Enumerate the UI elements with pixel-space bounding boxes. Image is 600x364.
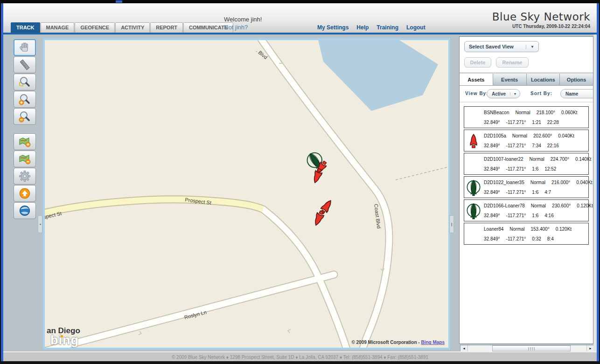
saved-view-section: Select Saved View ▼ Delete Rename (460, 37, 593, 74)
tab-geofence[interactable]: GEOFENCE (75, 22, 115, 33)
asset-name: BSNBeacon (484, 110, 509, 115)
sort-by-dropdown[interactable]: Name (560, 89, 593, 98)
brand-logo: Blue Sky Network (492, 11, 590, 23)
app-window: TRACK MANAGE GEOFENCE ACTIVITY REPORT CO… (3, 3, 597, 361)
select-saved-view-dropdown[interactable]: Select Saved View ▼ (464, 41, 539, 52)
left-collapse-handle[interactable]: ◄ (38, 215, 42, 233)
window-frame-left (0, 3, 3, 361)
tab-report[interactable]: REPORT (150, 22, 183, 33)
globe-icon (18, 204, 32, 218)
asset-name: D2D1022_loaner35 (484, 180, 524, 185)
map-layer-remove-button[interactable] (14, 151, 36, 167)
asset-list: BSNBeacon Normal 218.100° 0.060Kt 32.849… (460, 103, 593, 245)
asset-lon: -117.271° (506, 166, 526, 172)
asset-speed: 0.120Kt (577, 203, 593, 208)
my-settings-link[interactable]: My Settings (317, 24, 349, 31)
asset-time1: 1:6 (532, 166, 538, 172)
tab-assets[interactable]: Assets (460, 74, 493, 85)
welcome-block: Welcome jinh! Not jinh? (224, 15, 262, 31)
google-earth-button[interactable] (14, 202, 36, 219)
asset-speed: 0.040Kt (558, 133, 574, 138)
delete-view-button[interactable]: Delete (464, 57, 491, 68)
scroll-left-arrow[interactable]: ◄ (460, 345, 468, 351)
map-canvas: . Blvd Prospect St spect St Coast Blvd R… (45, 40, 448, 348)
hand-icon (18, 41, 32, 55)
asset-time2: 12:52 (544, 166, 556, 172)
asset-time2: 4:16 (544, 213, 553, 218)
ruler-icon (18, 58, 32, 72)
asset-row-d2d1066[interactable]: D2D1066-Loaner78 Normal 230.600° 0.120Kt… (464, 199, 589, 221)
map-copyright: © 2009 Microsoft Corporation - Bing Maps (351, 340, 445, 345)
view-by-label: View By: (465, 91, 488, 96)
asset-lat: 32.849° (484, 236, 500, 241)
asset-name: D2D1005a (484, 133, 506, 138)
map-minus-icon (18, 152, 32, 166)
asset-time2: 4:7 (544, 190, 551, 195)
utc-clock: UTC Thursday, 2009-10-22 22:24:04 (492, 24, 590, 29)
asset-time1: 7:34 (532, 143, 541, 148)
scroll-right-arrow[interactable]: ► (586, 345, 594, 351)
panel-horizontal-scrollbar[interactable]: ◄ ► (460, 345, 594, 352)
asset-row-d2d1022[interactable]: D2D1022_loaner35 Normal 216.000° 0.040Kt… (464, 176, 589, 198)
map-viewport[interactable]: . Blvd Prospect St spect St Coast Blvd R… (43, 38, 450, 350)
asset-status: Normal (530, 157, 544, 162)
asset-time2: 22:16 (547, 143, 559, 148)
zoom-area-tool-button[interactable] (14, 74, 36, 90)
asset-row-d2d1007[interactable]: D2D1007-loaner22 Normal 224.700° 0.140Kt… (464, 153, 589, 175)
map-plus-icon (18, 135, 32, 149)
asset-lat: 32.849° (484, 190, 500, 195)
scrollbar-thumb[interactable] (492, 345, 571, 351)
upload-button[interactable] (14, 185, 36, 202)
asset-speed: 0.060Kt (561, 110, 577, 115)
asset-lon: -117.271° (506, 213, 526, 218)
tab-locations[interactable]: Locations (527, 74, 560, 85)
tab-track[interactable]: TRACK (11, 22, 40, 33)
pan-tool-button[interactable] (14, 39, 36, 56)
chevron-down-icon[interactable]: ▼ (526, 45, 538, 49)
tab-options[interactable]: Options (560, 74, 593, 85)
zoom-out-tool-button[interactable] (14, 108, 36, 125)
tab-events[interactable]: Events (493, 74, 527, 85)
panel-tabs: Assets Events Locations Options (460, 74, 593, 86)
bing-trademark: ™ (79, 337, 83, 341)
asset-lon: -117.271° (506, 120, 526, 125)
select-saved-view-label: Select Saved View (465, 44, 526, 49)
logout-link[interactable]: Logout (406, 24, 426, 31)
asset-row-loaner84[interactable]: Loaner84 Normal 153.400° 0.120Kt 32.849°… (464, 223, 589, 245)
right-collapse-handle[interactable]: ∥ (449, 215, 454, 233)
asset-speed: 0.040Kt (576, 180, 592, 185)
window-frame-top (0, 0, 600, 3)
asset-row-d2d1005a[interactable]: D2D1005a Normal 202.600° 0.040Kt 32.849°… (464, 130, 589, 151)
asset-status: Normal (512, 133, 527, 138)
right-panel: Select Saved View ▼ Delete Rename Assets… (459, 36, 593, 344)
asset-status: Normal (515, 110, 530, 115)
asset-heading: 224.700° (551, 157, 569, 162)
red-rocket-icon (466, 131, 481, 150)
bing-maps-link[interactable]: Bing Maps (421, 340, 445, 345)
zoom-out-icon (18, 110, 32, 124)
asset-row-bsnbeacon[interactable]: BSNBeacon Normal 218.100° 0.060Kt 32.849… (464, 106, 589, 128)
rename-view-button[interactable]: Rename (496, 57, 529, 68)
asset-speed: 0.120Kt (556, 227, 572, 232)
map-layer-add-button[interactable] (14, 133, 36, 150)
help-link[interactable]: Help (356, 24, 369, 31)
window-frame-right (597, 3, 600, 361)
training-link[interactable]: Training (377, 24, 398, 31)
measure-tool-button[interactable] (14, 56, 36, 73)
asset-time1: 1:6 (532, 190, 538, 195)
zoom-area-icon (18, 75, 32, 89)
gear-icon (18, 169, 32, 183)
asset-lon: -117.271° (506, 143, 526, 148)
app-footer: © 2009 Blue Sky Network ♦ 1298 Prospect … (3, 351, 597, 361)
tab-activity[interactable]: ACTIVITY (115, 22, 150, 33)
chevron-down-icon[interactable]: ▼ (510, 92, 520, 96)
switch-user-link[interactable]: Not jinh? (224, 23, 262, 31)
header-links: My Settings Help Training Logout (317, 24, 426, 31)
view-by-dropdown[interactable]: Active ▼ (487, 89, 520, 98)
asset-heading: 218.100° (537, 110, 555, 115)
up-arrow-icon (18, 186, 32, 200)
tab-manage[interactable]: MANAGE (41, 22, 75, 33)
zoom-in-tool-button[interactable] (14, 91, 36, 108)
asset-lat: 32.849° (484, 143, 500, 148)
settings-button[interactable] (14, 168, 36, 185)
